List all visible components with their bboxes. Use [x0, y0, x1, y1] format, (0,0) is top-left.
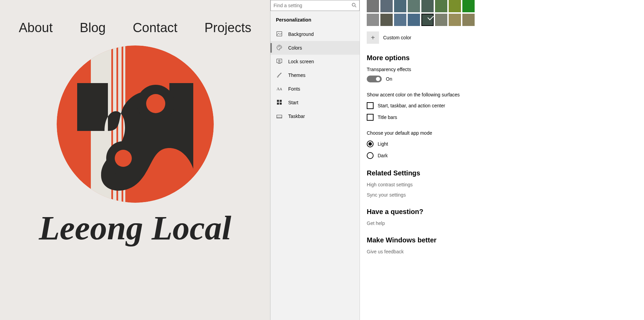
- checkbox-label: Title bars: [378, 115, 397, 120]
- color-swatch[interactable]: [449, 0, 461, 12]
- link-get-help[interactable]: Get help: [367, 221, 637, 226]
- picture-icon: [276, 31, 283, 37]
- svg-rect-22: [280, 103, 282, 105]
- color-swatch[interactable]: [462, 0, 475, 12]
- sidebar-item-themes[interactable]: Themes: [270, 68, 360, 82]
- sidebar-item-lockscreen[interactable]: Lock screen: [270, 55, 360, 68]
- svg-point-13: [278, 46, 279, 47]
- plus-icon: +: [371, 34, 375, 42]
- more-options-heading: More options: [367, 54, 637, 62]
- checkbox-title-bars[interactable]: Title bars: [367, 114, 637, 121]
- start-icon: [276, 100, 283, 106]
- radio-label: Dark: [378, 153, 388, 158]
- link-high-contrast[interactable]: High contrast settings: [367, 182, 637, 187]
- color-swatch[interactable]: [435, 14, 447, 26]
- nav-projects[interactable]: Projects: [205, 21, 251, 35]
- svg-point-15: [280, 46, 281, 47]
- svg-rect-20: [280, 100, 282, 102]
- svg-line-11: [355, 6, 356, 7]
- color-swatch[interactable]: [462, 14, 475, 26]
- checkbox-icon: [367, 114, 374, 121]
- lock-screen-icon: [276, 59, 283, 65]
- sidebar-item-taskbar[interactable]: Taskbar: [270, 109, 360, 123]
- custom-color-label: Custom color: [383, 35, 411, 40]
- checkbox-label: Start, taskbar, and action center: [378, 103, 445, 108]
- nav-blog[interactable]: Blog: [80, 21, 106, 35]
- color-swatch[interactable]: [367, 14, 379, 26]
- radio-light[interactable]: Light: [367, 141, 637, 147]
- svg-point-10: [352, 3, 355, 6]
- transparency-state: On: [386, 76, 392, 82]
- website-preview-pane[interactable]: About Blog Contact Projects: [0, 0, 270, 320]
- svg-point-7: [146, 94, 165, 113]
- radio-icon: [367, 152, 374, 159]
- svg-rect-19: [277, 100, 279, 102]
- color-swatch[interactable]: [408, 14, 420, 26]
- palette-icon: [276, 45, 283, 51]
- search-settings-input[interactable]: [274, 3, 352, 8]
- svg-rect-18: [279, 60, 280, 62]
- question-heading: Have a question?: [367, 208, 637, 216]
- app-mode-label: Choose your default app mode: [367, 130, 637, 136]
- color-swatch[interactable]: [394, 0, 406, 12]
- svg-rect-21: [277, 103, 279, 105]
- sidebar-section-title: Personalization: [270, 17, 360, 27]
- font-icon: AA: [276, 86, 283, 92]
- sidebar-item-start[interactable]: Start: [270, 96, 360, 109]
- sidebar-item-label: Taskbar: [288, 114, 305, 119]
- checkbox-start-taskbar[interactable]: Start, taskbar, and action center: [367, 102, 637, 109]
- color-swatch[interactable]: [435, 0, 447, 12]
- website-title: Leeong Local: [14, 211, 256, 245]
- color-swatch[interactable]: [394, 14, 406, 26]
- sidebar-item-label: Fonts: [288, 86, 300, 92]
- brush-icon: [276, 72, 283, 79]
- search-settings-box[interactable]: [270, 0, 360, 11]
- color-swatch[interactable]: [449, 14, 461, 26]
- color-swatch[interactable]: [380, 0, 393, 12]
- sidebar-item-background[interactable]: Background: [270, 27, 360, 41]
- website-nav: About Blog Contact Projects: [14, 0, 256, 35]
- radio-icon: [367, 141, 374, 147]
- better-heading: Make Windows better: [367, 236, 637, 244]
- sidebar-item-colors[interactable]: Colors: [270, 41, 360, 55]
- sidebar-item-label: Themes: [288, 72, 306, 78]
- website-logo: [14, 45, 256, 204]
- radio-label: Light: [378, 141, 388, 147]
- accent-surfaces-label: Show accent color on the following surfa…: [367, 92, 637, 97]
- settings-content-pane: + Custom color More options Transparency…: [360, 0, 644, 320]
- color-swatch-grid: [367, 0, 637, 26]
- svg-rect-23: [277, 115, 282, 118]
- checkbox-icon: [367, 102, 374, 109]
- sidebar-item-label: Colors: [288, 45, 302, 51]
- color-swatch[interactable]: [367, 0, 379, 12]
- link-give-feedback[interactable]: Give us feedback: [367, 249, 637, 254]
- sidebar-item-fonts[interactable]: AA Fonts: [270, 82, 360, 96]
- search-icon: [352, 3, 356, 9]
- color-swatch[interactable]: [421, 0, 434, 12]
- sidebar-item-label: Start: [288, 100, 298, 105]
- custom-color-button[interactable]: +: [367, 31, 379, 44]
- nav-about[interactable]: About: [19, 21, 53, 35]
- svg-rect-16: [277, 59, 282, 63]
- link-sync-settings[interactable]: Sync your settings: [367, 192, 637, 198]
- nav-contact[interactable]: Contact: [133, 21, 178, 35]
- transparency-toggle[interactable]: [367, 76, 382, 82]
- color-swatch[interactable]: [408, 0, 420, 12]
- sidebar-item-label: Lock screen: [288, 59, 314, 64]
- related-settings-heading: Related Settings: [367, 169, 637, 177]
- svg-point-14: [279, 46, 280, 46]
- sidebar-item-label: Background: [288, 31, 314, 37]
- taskbar-icon: [276, 114, 283, 119]
- svg-point-9: [115, 150, 132, 167]
- color-swatch[interactable]: [380, 14, 393, 26]
- transparency-label: Transparency effects: [367, 67, 637, 72]
- settings-sidebar: Personalization Background Colors Lock s…: [270, 0, 360, 320]
- radio-dark[interactable]: Dark: [367, 152, 637, 159]
- color-swatch[interactable]: [421, 14, 434, 26]
